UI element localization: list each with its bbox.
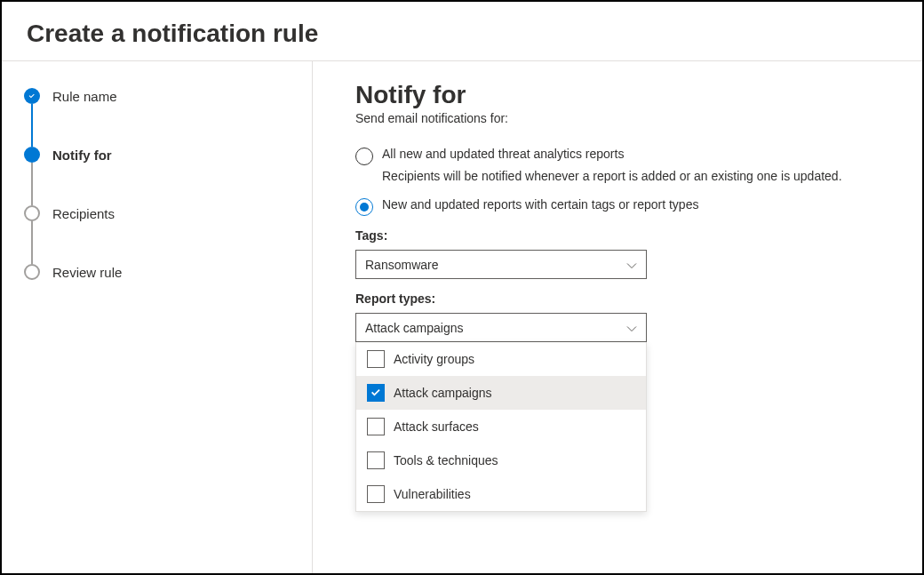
checkbox-icon bbox=[367, 451, 385, 469]
step-review-rule[interactable]: Review rule bbox=[24, 264, 290, 280]
option-label: Activity groups bbox=[394, 352, 474, 366]
pending-step-icon bbox=[24, 264, 40, 280]
step-connector bbox=[31, 221, 33, 264]
wizard-steps: Rule name Notify for Recipients Review r… bbox=[2, 61, 313, 573]
radio-label: All new and updated threat analytics rep… bbox=[382, 147, 624, 161]
radio-icon bbox=[355, 198, 373, 216]
step-notify-for[interactable]: Notify for bbox=[24, 147, 290, 163]
chevron-down-icon bbox=[626, 260, 637, 270]
tags-label: Tags: bbox=[355, 228, 880, 243]
option-label: Attack surfaces bbox=[394, 419, 479, 434]
radio-all-reports[interactable]: All new and updated threat analytics rep… bbox=[355, 147, 880, 165]
step-label: Recipients bbox=[52, 206, 115, 221]
option-attack-campaigns[interactable]: Attack campaigns bbox=[356, 376, 646, 410]
step-rule-name[interactable]: Rule name bbox=[24, 88, 290, 104]
dialog-window: Create a notification rule Rule name Not… bbox=[0, 0, 924, 575]
option-label: Vulnerabilities bbox=[394, 487, 471, 501]
radio-icon bbox=[355, 148, 373, 165]
dialog-title: Create a notification rule bbox=[27, 20, 897, 48]
checkbox-icon bbox=[367, 418, 385, 435]
option-attack-surfaces[interactable]: Attack surfaces bbox=[356, 410, 646, 443]
option-label: Attack campaigns bbox=[394, 386, 492, 400]
radio-description: Recipients will be notified whenever a r… bbox=[382, 169, 880, 183]
chevron-down-icon bbox=[626, 323, 637, 333]
option-vulnerabilities[interactable]: Vulnerabilities bbox=[356, 477, 646, 511]
wizard-content: Notify for Send email notifications for:… bbox=[313, 61, 922, 573]
report-types-label: Report types: bbox=[355, 291, 880, 306]
checkbox-icon bbox=[367, 350, 385, 368]
radio-certain-tags[interactable]: New and updated reports with certain tag… bbox=[355, 197, 880, 216]
dialog-body: Rule name Notify for Recipients Review r… bbox=[2, 61, 922, 573]
option-tools-techniques[interactable]: Tools & techniques bbox=[356, 443, 646, 477]
page-subheading: Send email notifications for: bbox=[355, 111, 880, 125]
option-activity-groups[interactable]: Activity groups bbox=[356, 342, 646, 376]
report-types-dropdown[interactable]: Attack campaigns bbox=[355, 313, 647, 342]
dialog-header: Create a notification rule bbox=[2, 2, 922, 61]
step-label: Rule name bbox=[52, 89, 117, 104]
step-label: Notify for bbox=[52, 148, 112, 163]
pending-step-icon bbox=[24, 205, 40, 221]
step-connector bbox=[31, 163, 33, 205]
tags-selected-value: Ransomware bbox=[365, 258, 438, 272]
checkbox-icon bbox=[367, 384, 385, 402]
step-recipients[interactable]: Recipients bbox=[24, 205, 290, 221]
current-step-icon bbox=[24, 147, 40, 163]
radio-label: New and updated reports with certain tag… bbox=[382, 197, 698, 212]
step-label: Review rule bbox=[52, 265, 122, 280]
step-connector bbox=[31, 104, 33, 147]
option-label: Tools & techniques bbox=[394, 453, 498, 467]
page-heading: Notify for bbox=[355, 81, 880, 109]
tags-dropdown[interactable]: Ransomware bbox=[355, 250, 647, 279]
report-types-dropdown-list: Activity groups Attack campaigns Attack … bbox=[355, 342, 647, 512]
report-types-selected-value: Attack campaigns bbox=[365, 321, 464, 335]
checkbox-icon bbox=[367, 485, 385, 503]
checkmark-icon bbox=[24, 88, 40, 104]
